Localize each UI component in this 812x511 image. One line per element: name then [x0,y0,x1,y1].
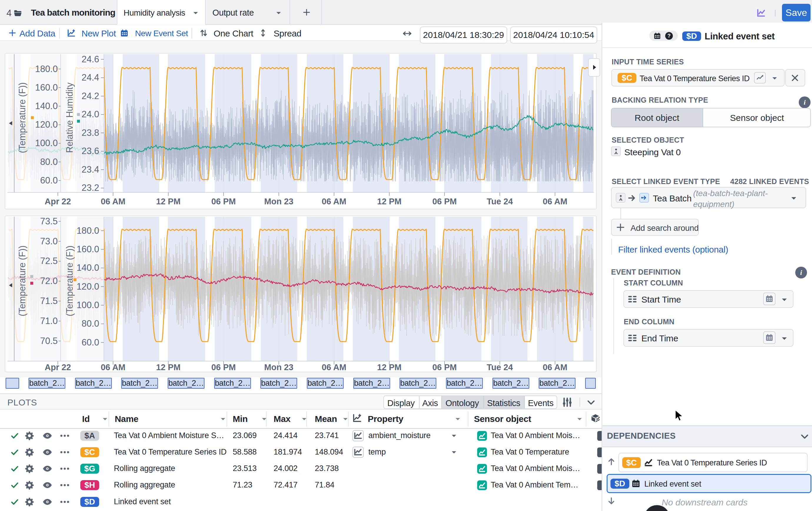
svg-text:06 AM: 06 AM [543,363,568,372]
svg-text:06 PM: 06 PM [432,197,457,206]
svg-text:23.8: 23.8 [82,128,99,138]
svg-text:140.0: 140.0 [77,263,99,273]
svg-text:(Temperature (F)): (Temperature (F)) [17,82,27,153]
svg-text:71.5: 71.5 [40,296,58,306]
svg-text:120.0: 120.0 [35,119,58,130]
svg-text:73.0: 73.0 [40,236,58,246]
svg-text:72.0: 72.0 [40,276,58,286]
svg-text:120.0: 120.0 [77,281,99,292]
svg-text:24.6: 24.6 [82,54,99,64]
svg-text:160.0: 160.0 [35,82,58,93]
svg-text:Mon 23: Mon 23 [264,197,293,206]
svg-text:60.0: 60.0 [82,337,99,348]
svg-text:12 PM: 12 PM [156,197,181,206]
svg-text:06 AM: 06 AM [322,363,347,372]
svg-text:24.0: 24.0 [82,109,99,119]
svg-text:12 PM: 12 PM [377,363,402,372]
svg-text:80.0: 80.0 [40,157,58,167]
svg-text:Tue 24: Tue 24 [487,197,513,206]
svg-text:Tue 24: Tue 24 [487,363,513,372]
svg-text:06 AM: 06 AM [543,197,568,206]
svg-text:23.2: 23.2 [82,183,99,193]
svg-text:80.0: 80.0 [82,319,99,329]
svg-text:12 PM: 12 PM [377,197,402,206]
svg-text:23.6: 23.6 [82,146,99,156]
svg-text:70.5: 70.5 [40,336,58,346]
svg-text:100.0: 100.0 [77,300,99,310]
svg-text:160.0: 160.0 [77,244,99,254]
svg-text:73.5: 73.5 [40,216,58,227]
svg-text:24.2: 24.2 [82,91,99,101]
svg-text:Apr 22: Apr 22 [45,197,71,206]
svg-text:06 PM: 06 PM [211,197,236,206]
svg-text:06 AM: 06 AM [101,197,126,206]
svg-text:140.0: 140.0 [35,101,58,111]
svg-text:06 AM: 06 AM [322,197,347,206]
svg-text:180.0: 180.0 [35,64,58,74]
svg-text:Relative Humidity: Relative Humidity [64,82,75,153]
svg-text:24.4: 24.4 [82,72,99,83]
svg-text:100.0: 100.0 [35,138,58,148]
svg-text:12 PM: 12 PM [156,363,181,372]
svg-text:23.4: 23.4 [82,164,99,175]
svg-text:71.0: 71.0 [40,316,58,326]
svg-text:06 PM: 06 PM [432,363,457,372]
svg-text:180.0: 180.0 [77,226,99,236]
svg-text:06 PM: 06 PM [211,363,236,372]
svg-text:72.5: 72.5 [40,256,58,266]
svg-text:(Temperature (F)): (Temperature (F)) [64,245,75,317]
svg-text:(Temperature (F)): (Temperature (F)) [17,245,27,317]
svg-text:60.0: 60.0 [40,175,58,185]
svg-text:Mon 23: Mon 23 [264,363,293,372]
svg-text:06 AM: 06 AM [100,363,125,372]
svg-text:Apr 22: Apr 22 [45,363,71,372]
